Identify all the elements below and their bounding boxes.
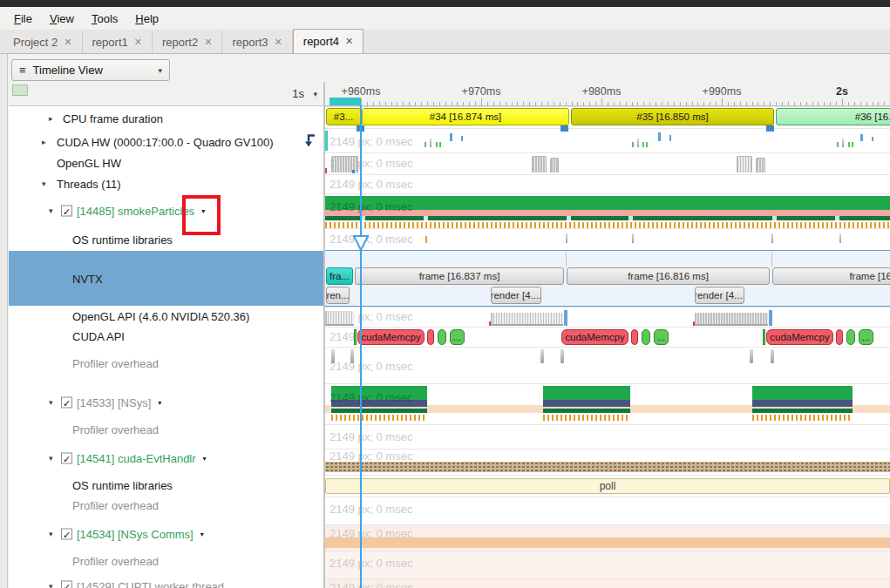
frame-35-bar[interactable]: #35 [16.850 ms] [571, 108, 774, 125]
tree-row-thread-evthandlr[interactable]: ▾✓[14541] cuda-EvtHandlr▾ [9, 448, 323, 469]
tree-row-os-runtime-smoke[interactable]: OS runtime libraries [9, 229, 323, 250]
tree-row-threads[interactable]: ▾Threads (11) [9, 173, 323, 194]
tree-row-cuda-api[interactable]: CUDA API [9, 327, 323, 346]
tree-row-cpu-frame-duration[interactable]: ▸CPU frame duration [9, 108, 323, 129]
tree-row-label: [14541] cuda-EvtHandlr [77, 452, 196, 465]
frame-36-bar[interactable]: #36 [16.56 [776, 108, 890, 125]
nvtx-render-bar[interactable]: ren... [326, 287, 350, 304]
close-icon[interactable]: ✕ [345, 36, 353, 47]
row-options-dropdown-icon[interactable]: ▾ [200, 531, 204, 538]
tree-row-nvtx[interactable]: NVTX [9, 251, 323, 306]
timeline-mark [560, 125, 568, 132]
tree-row-profiler-overhead-2[interactable]: Profiler overhead [9, 420, 323, 439]
tree-row-label-wrap: [14534] [NSys Comms]▾ [77, 528, 204, 541]
cudamemcpy-bar[interactable]: cudaMemcpy [357, 329, 425, 345]
collapse-arrow-icon[interactable]: ▾ [49, 582, 53, 588]
ruler-tick [433, 102, 434, 105]
tree-row-cuda-hw[interactable]: ▸CUDA HW (0000:17:00.0 - Quadro GV100) [9, 132, 323, 152]
row-cuda-hw: 2149 px; 0 msec [325, 128, 890, 152]
nvtx-frame-bar[interactable]: fra... [326, 267, 353, 285]
collapse-arrow-icon[interactable]: ▾ [42, 179, 46, 188]
tree-row-thread-smokeparticles[interactable]: ▾✓[14485] smokeParticles▾ [9, 200, 323, 221]
row-options-dropdown-icon[interactable]: ▾ [203, 455, 207, 463]
cudamemcpy-bar[interactable]: cudaMemcpy [766, 329, 833, 345]
collapse-arrow-icon[interactable]: ▾ [49, 206, 53, 215]
ruler-tick [770, 102, 771, 105]
ruler-tick [734, 102, 735, 105]
collapse-arrow-icon[interactable]: ▾ [49, 454, 53, 463]
tab-report3[interactable]: report3✕ [222, 30, 292, 53]
tree-row-profiler-overhead-4[interactable]: Profiler overhead [9, 551, 323, 571]
timeline-event-bar[interactable]: ... [654, 329, 669, 345]
nvtx-frame-bar[interactable]: frame [16.5 [772, 267, 890, 285]
cudamemcpy-bar[interactable]: cudaMemcpy [561, 329, 628, 345]
timeline-ruler[interactable]: +960ms+970ms+980ms+990ms2s [325, 82, 890, 106]
ruler-selection[interactable] [330, 98, 361, 105]
chevron-down-icon[interactable]: ▾ [313, 90, 317, 98]
collapse-arrow-icon[interactable]: ▾ [49, 398, 53, 407]
frame-34-bar[interactable]: #34 [16.874 ms] [362, 108, 569, 125]
menu-item-file[interactable]: File [5, 10, 41, 28]
thread-checkbox[interactable]: ✓ [61, 453, 72, 464]
tab-project-2[interactable]: Project 2✕ [3, 30, 83, 53]
timeline-scale-label[interactable]: 1s [292, 87, 304, 100]
tree-row-profiler-overhead-1[interactable]: Profiler overhead [9, 354, 323, 373]
tab-label: Project 2 [13, 36, 58, 49]
close-icon[interactable]: ✕ [275, 37, 282, 48]
view-selector-dropdown[interactable]: ≡ Timeline View ▾ [11, 59, 170, 81]
close-icon[interactable]: ✕ [64, 37, 71, 48]
hamburger-icon: ≡ [19, 64, 26, 77]
timeline-mark [350, 349, 354, 363]
row-meta-label: 2149 px; 0 msec [330, 360, 412, 373]
menu-item-help[interactable]: Help [126, 10, 167, 28]
thread-checkbox[interactable]: ✓ [61, 529, 72, 540]
tree-row-os-runtime-evthandlr[interactable]: OS runtime libraries [9, 476, 323, 495]
timeline-event-bar[interactable]: ... [450, 329, 465, 345]
ruler-tick [697, 102, 698, 105]
close-icon[interactable]: ✕ [134, 37, 142, 48]
collapse-arrow-icon[interactable]: ▾ [49, 530, 53, 538]
timeline-mark [872, 137, 873, 141]
thread-checkbox[interactable]: ✓ [61, 206, 72, 217]
frame-33-bar[interactable]: #3... [326, 108, 361, 125]
menu-item-tools[interactable]: Tools [83, 10, 126, 28]
timeline-event-bar[interactable]: ... [859, 329, 873, 345]
nvtx-frame-bar[interactable]: frame [16.837 ms] [355, 267, 564, 285]
poll-bar[interactable]: poll [325, 478, 890, 494]
row-meta-label: 2149 px; 0 msec [330, 503, 412, 516]
nvtx-render-bar[interactable]: render [4.... [695, 287, 744, 304]
tree-row-profiler-overhead-3[interactable]: Profiler overhead [9, 496, 323, 515]
tab-report4[interactable]: report4✕ [293, 29, 363, 53]
tree-row-thread-cupti[interactable]: ▾✓[14529] CUPTI worker thread [9, 576, 323, 588]
menu-item-view[interactable]: View [41, 10, 83, 28]
ruler-tick [722, 98, 723, 105]
event-bar-label: frame [16.837 ms] [419, 271, 500, 281]
expand-arrow-icon[interactable]: ▸ [42, 138, 46, 146]
tree-row-label: OpenGL API (4.6.0 NVIDIA 520.36) [72, 310, 249, 323]
timeline-mark [461, 136, 463, 141]
ruler-tick [589, 102, 590, 105]
tree-row-opengl-api[interactable]: OpenGL API (4.6.0 NVIDIA 520.36) [9, 307, 323, 326]
jump-to-row-icon[interactable] [303, 133, 316, 152]
nvtx-frame-bar[interactable]: frame [16.816 ms] [567, 267, 770, 285]
expand-arrow-icon[interactable]: ▸ [49, 114, 53, 123]
tab-report2[interactable]: report2✕ [153, 30, 222, 53]
tree-row-thread-nsys-comms[interactable]: ▾✓[14534] [NSys Comms]▾ [9, 524, 323, 544]
timeline-mark [771, 349, 774, 363]
toolbar: ≡ Timeline View ▾ [0, 54, 890, 82]
thread-checkbox[interactable]: ✓ [61, 397, 72, 409]
cursor-marker-icon[interactable] [353, 235, 369, 252]
nvtx-render-bar[interactable]: render [4.... [491, 287, 541, 304]
thread-checkbox[interactable]: ✓ [61, 581, 72, 588]
ruler-tick [830, 102, 831, 105]
close-icon[interactable]: ✕ [204, 37, 212, 48]
tab-label: report3 [232, 36, 268, 49]
timeline-mark [632, 142, 634, 147]
tab-report1[interactable]: report1✕ [83, 30, 153, 53]
row-options-dropdown-icon[interactable]: ▾ [158, 399, 161, 407]
timeline-mark [450, 133, 452, 141]
timeline-cursor[interactable] [360, 105, 362, 588]
tree-row-thread-nsys[interactable]: ▾✓[14533] [NSys]▾ [9, 392, 323, 413]
tree-row-label-wrap: [14529] CUPTI worker thread [77, 580, 224, 588]
tree-row-opengl-hw[interactable]: OpenGL HW [9, 153, 323, 172]
